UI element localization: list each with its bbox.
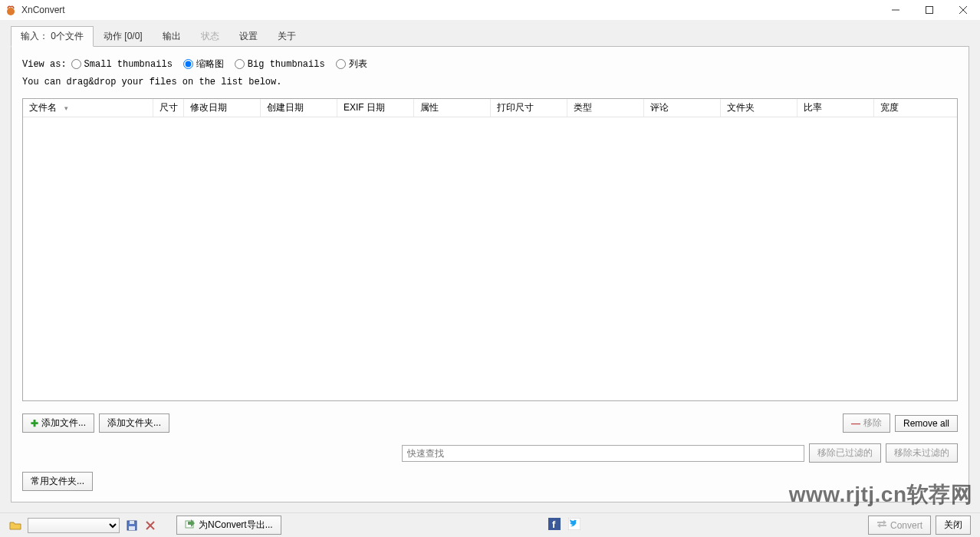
col-exif[interactable]: EXIF 日期 <box>337 99 414 117</box>
add-folder-button[interactable]: 添加文件夹... <box>99 413 169 433</box>
quick-filter-input[interactable] <box>402 445 804 462</box>
svg-rect-6 <box>130 521 134 524</box>
tab-settings[interactable]: 设置 <box>229 26 268 47</box>
remove-unfiltered-button[interactable]: 移除未过滤的 <box>886 443 958 463</box>
button-row-main: ✚添加文件... 添加文件夹... —移除 Remove all <box>22 413 958 433</box>
convert-button[interactable]: Convert <box>868 516 931 535</box>
col-modified[interactable]: 修改日期 <box>184 99 261 117</box>
svg-text:f: f <box>552 519 556 530</box>
col-filename[interactable]: 文件名▾ <box>23 99 153 117</box>
radio-list[interactable]: 列表 <box>336 58 367 71</box>
close-button[interactable] <box>946 0 980 20</box>
svg-rect-7 <box>129 526 135 530</box>
table-body[interactable] <box>23 117 957 400</box>
radio-big-thumbnails[interactable]: Big thumbnails <box>235 59 325 70</box>
col-props[interactable]: 属性 <box>414 99 491 117</box>
tab-actions[interactable]: 动作 [0/0] <box>94 26 153 47</box>
preset-dropdown[interactable] <box>28 518 120 533</box>
watermark-text: www.rjtj.cn软荐网 <box>789 480 972 509</box>
twitter-icon[interactable] <box>568 518 580 532</box>
open-folder-icon[interactable] <box>9 519 21 532</box>
viewas-row: View as: Small thumbnails 缩略图 Big thumbn… <box>22 58 958 71</box>
col-created[interactable]: 创建日期 <box>261 99 337 117</box>
col-ratio[interactable]: 比率 <box>797 99 874 117</box>
file-table: 文件名▾ 尺寸 修改日期 创建日期 EXIF 日期 属性 打印尺寸 类型 评论 … <box>22 98 958 401</box>
remove-button[interactable]: —移除 <box>843 413 890 433</box>
svg-point-0 <box>7 8 15 15</box>
facebook-icon[interactable]: f <box>548 518 561 532</box>
social-icons: f <box>548 518 580 532</box>
maximize-button[interactable] <box>913 0 946 20</box>
col-width[interactable]: 宽度 <box>874 99 957 117</box>
tab-input[interactable]: 输入： 0个文件 <box>11 26 94 47</box>
col-folder[interactable]: 文件夹 <box>721 99 797 117</box>
radio-small-thumbnails[interactable]: Small thumbnails <box>71 59 173 70</box>
window-title: XnConvert <box>21 5 65 15</box>
radio-thumbnails[interactable]: 缩略图 <box>183 58 224 71</box>
close-app-button[interactable]: 关闭 <box>936 516 971 535</box>
col-size[interactable]: 尺寸 <box>153 99 184 117</box>
viewas-label: View as: <box>22 59 67 70</box>
save-icon[interactable] <box>126 519 138 532</box>
window-controls <box>879 0 980 20</box>
tab-bar: 输入： 0个文件 动作 [0/0] 输出 状态 设置 关于 <box>11 26 980 47</box>
col-comment[interactable]: 评论 <box>644 99 721 117</box>
plus-icon: ✚ <box>31 418 38 429</box>
export-nconvert-button[interactable]: 为NConvert导出... <box>176 516 281 535</box>
tab-about[interactable]: 关于 <box>268 26 306 47</box>
svg-rect-2 <box>926 7 933 14</box>
tab-status[interactable]: 状态 <box>191 26 229 47</box>
minimize-button[interactable] <box>879 0 913 20</box>
minus-icon: — <box>851 418 860 429</box>
remove-filtered-button[interactable]: 移除已过滤的 <box>809 443 881 463</box>
input-panel: View as: Small thumbnails 缩略图 Big thumbn… <box>11 46 969 502</box>
table-header: 文件名▾ 尺寸 修改日期 创建日期 EXIF 日期 属性 打印尺寸 类型 评论 … <box>23 99 957 117</box>
status-bar: 为NConvert导出... f Convert 关闭 <box>0 512 980 537</box>
remove-all-button[interactable]: Remove all <box>895 415 958 432</box>
sort-indicator-icon: ▾ <box>64 104 68 112</box>
filter-row: 移除已过滤的 移除未过滤的 <box>22 443 958 463</box>
app-icon <box>5 4 17 16</box>
tab-output[interactable]: 输出 <box>153 26 191 47</box>
common-folders-button[interactable]: 常用文件夹... <box>22 472 93 491</box>
add-files-button[interactable]: ✚添加文件... <box>22 413 94 433</box>
drag-drop-hint: You can drag&drop your files on the list… <box>22 77 958 87</box>
col-printsize[interactable]: 打印尺寸 <box>491 99 567 117</box>
titlebar: XnConvert <box>0 0 980 20</box>
export-icon <box>185 519 196 532</box>
col-type[interactable]: 类型 <box>567 99 644 117</box>
delete-icon[interactable] <box>144 519 156 532</box>
convert-icon <box>876 519 887 531</box>
